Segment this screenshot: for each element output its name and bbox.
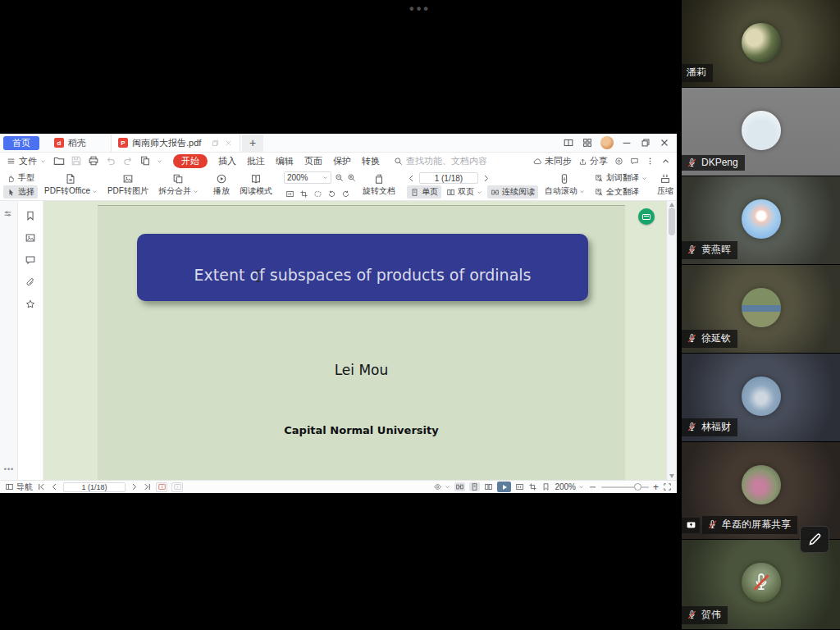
last-page-icon[interactable] xyxy=(143,482,152,491)
status-page-indicator[interactable] xyxy=(63,482,126,492)
fullscreen-icon[interactable] xyxy=(663,482,672,491)
service-icon[interactable] xyxy=(614,157,623,166)
stamp-panel-icon[interactable] xyxy=(25,299,36,310)
chevron-down-icon[interactable] xyxy=(157,158,162,164)
command-search[interactable] xyxy=(394,156,511,166)
undo-icon[interactable] xyxy=(105,155,116,167)
menu-file[interactable]: 文件 xyxy=(7,155,46,167)
play-slideshow-button[interactable]: 播放 xyxy=(210,171,233,199)
search-input[interactable] xyxy=(406,156,511,166)
actual-size-icon[interactable] xyxy=(515,482,524,491)
next-page-icon[interactable] xyxy=(130,482,139,491)
previous-page-icon[interactable] xyxy=(407,174,416,183)
page-canvas[interactable]: Extent of subspaces of products of ordin… xyxy=(43,201,666,480)
feedback-icon[interactable] xyxy=(630,157,639,166)
thumbnail-panel-icon[interactable] xyxy=(25,232,36,244)
word-translate-button[interactable]: 划词翻译 xyxy=(591,171,651,185)
comment-panel-icon[interactable] xyxy=(25,254,36,266)
continuous-read-toggle[interactable]: 连续阅读 xyxy=(487,185,538,199)
zoom-slider-knob[interactable] xyxy=(634,483,641,491)
previous-page-icon[interactable] xyxy=(50,482,59,491)
account-avatar[interactable] xyxy=(600,136,614,149)
scrollbar-thumb[interactable] xyxy=(669,208,675,235)
next-view-button[interactable] xyxy=(171,482,183,492)
menu-tab-page[interactable]: 页面 xyxy=(304,155,322,167)
attachment-panel-icon[interactable] xyxy=(25,276,36,288)
pdf-page[interactable]: Extent of subspaces of products of ordin… xyxy=(98,205,625,480)
tab-home[interactable]: 首页 xyxy=(3,136,39,150)
tab-preview-icon[interactable] xyxy=(211,139,220,148)
sliders-icon[interactable] xyxy=(3,209,12,218)
tab-docer[interactable]: d 稻壳 xyxy=(46,135,94,152)
print-icon[interactable] xyxy=(88,155,99,167)
first-page-icon[interactable] xyxy=(37,482,46,491)
text-cursor xyxy=(258,270,258,282)
zoom-level-dropdown[interactable]: 200% xyxy=(284,171,331,184)
menu-tab-insert[interactable]: 插入 xyxy=(218,155,236,167)
zoom-in-plus[interactable]: + xyxy=(653,482,659,493)
split-merge-button[interactable]: 拆分合并 xyxy=(155,171,202,199)
chevron-down-icon xyxy=(193,189,199,194)
crop-page-icon[interactable] xyxy=(299,189,308,199)
close-icon[interactable] xyxy=(659,137,670,148)
bookmark-panel-icon[interactable] xyxy=(25,210,36,221)
zoom-slider[interactable] xyxy=(601,486,649,488)
vertical-scrollbar[interactable] xyxy=(666,201,677,480)
hand-tool-button[interactable]: 手型 xyxy=(3,171,38,185)
play-button[interactable] xyxy=(497,482,511,492)
collapse-ribbon-icon[interactable] xyxy=(661,157,670,166)
zoom-out-minus-icon[interactable] xyxy=(588,482,597,491)
share-button[interactable]: 分享 xyxy=(578,155,608,167)
menu-tab-edit[interactable]: 编辑 xyxy=(276,155,294,167)
restore-icon[interactable] xyxy=(640,137,651,148)
auto-scroll-button[interactable]: 自动滚动 xyxy=(541,171,588,199)
bookmark-icon[interactable] xyxy=(541,482,550,491)
navigation-toggle[interactable]: 导航 xyxy=(5,482,33,493)
minimize-icon[interactable] xyxy=(621,137,632,148)
status-zoom-dropdown[interactable]: 200% xyxy=(555,482,584,491)
pdf-to-office-button[interactable]: PDF转Office xyxy=(41,171,101,199)
double-page-view-toggle[interactable] xyxy=(484,482,493,491)
pdf-to-image-button[interactable]: PDF转图片 xyxy=(104,171,152,199)
double-page-toggle[interactable]: 双页 xyxy=(443,185,486,199)
open-file-icon[interactable] xyxy=(53,155,65,167)
previous-view-button[interactable] xyxy=(156,482,167,492)
scroll-up-icon[interactable] xyxy=(669,203,674,207)
scroll-down-icon[interactable] xyxy=(669,474,674,478)
copy-icon[interactable] xyxy=(139,155,151,167)
menu-tab-convert[interactable]: 转换 xyxy=(362,155,380,167)
page-indicator-input[interactable] xyxy=(419,172,478,184)
zoom-out-icon[interactable] xyxy=(335,173,344,182)
tab-document[interactable]: P 闽南师大报告.pdf xyxy=(111,134,240,152)
next-page-icon[interactable] xyxy=(482,174,491,183)
annotation-pen-button[interactable] xyxy=(800,526,829,553)
save-icon[interactable] xyxy=(71,155,82,167)
select-tool-button[interactable]: 选择 xyxy=(3,185,38,199)
select-area-icon[interactable] xyxy=(313,189,322,199)
rotate-document-button[interactable]: 旋转文档 xyxy=(359,171,399,199)
wps-assistant-badge[interactable] xyxy=(638,208,655,225)
tab-close-icon[interactable] xyxy=(224,139,233,148)
compress-button[interactable]: 压缩 xyxy=(654,171,677,199)
more-options-icon[interactable] xyxy=(646,157,655,166)
split-view-icon[interactable] xyxy=(563,137,574,148)
read-mode-button[interactable]: 阅读模式 xyxy=(236,171,276,199)
single-page-toggle[interactable]: 单页 xyxy=(407,185,441,199)
rotate-right-icon[interactable] xyxy=(341,189,350,199)
menu-tab-protect[interactable]: 保护 xyxy=(333,155,351,167)
redo-icon[interactable] xyxy=(122,155,134,167)
sync-status[interactable]: 未同步 xyxy=(533,155,572,167)
apps-grid-icon[interactable] xyxy=(582,137,593,148)
eye-protect-button[interactable] xyxy=(433,482,450,491)
actual-size-icon[interactable] xyxy=(285,189,294,199)
single-page-view-toggle[interactable] xyxy=(469,482,480,492)
zoom-in-icon[interactable] xyxy=(347,173,356,182)
full-translate-button[interactable]: 全文翻译 xyxy=(591,185,651,199)
new-tab-button[interactable]: + xyxy=(242,135,263,152)
menu-tab-comment[interactable]: 批注 xyxy=(247,155,265,167)
more-panels-icon[interactable]: ••• xyxy=(0,465,18,473)
continuous-view-toggle[interactable] xyxy=(454,482,465,492)
menu-tab-home[interactable]: 开始 xyxy=(173,154,208,168)
rotate-left-icon[interactable] xyxy=(327,189,336,199)
crop-page-icon[interactable] xyxy=(528,482,537,491)
